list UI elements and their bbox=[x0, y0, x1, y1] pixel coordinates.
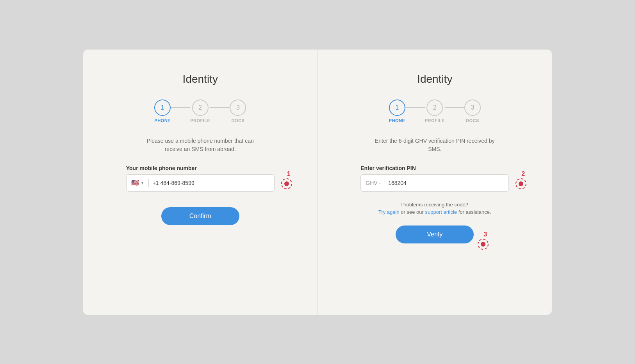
left-connector-2 bbox=[210, 107, 230, 108]
left-stepper: 1 PHONE 2 PROFILE 3 DOCS bbox=[154, 99, 246, 123]
confirm-button[interactable]: Confirm bbox=[161, 207, 239, 225]
right-step-circle-3: 3 bbox=[464, 99, 481, 116]
dropdown-arrow-icon: ▼ bbox=[141, 181, 144, 185]
pin-divider bbox=[384, 179, 384, 187]
step-label-profile-right: PROFILE bbox=[425, 118, 445, 123]
annotation-2-number: 2 bbox=[521, 170, 525, 178]
phone-field-label: Your mobile phone number bbox=[126, 165, 275, 171]
right-step-1: 1 PHONE bbox=[389, 99, 405, 123]
right-description: Enter the 6-digit GHV verification PIN r… bbox=[372, 137, 497, 153]
right-step-circle-1: 1 bbox=[389, 99, 405, 116]
problem-text-before: Problems receiving the code? bbox=[401, 202, 468, 208]
phone-number-display: +1 484-869-8599 bbox=[153, 180, 194, 186]
right-connector-2 bbox=[445, 107, 464, 108]
left-panel: Identity 1 PHONE 2 PROFILE bbox=[83, 50, 318, 315]
verify-button-container: Verify 3 bbox=[396, 226, 474, 243]
verify-button[interactable]: Verify bbox=[396, 226, 474, 243]
phone-divider bbox=[148, 179, 149, 187]
step-label-profile-left: PROFILE bbox=[190, 118, 210, 123]
step-label-docs-left: DOCS bbox=[231, 118, 244, 123]
right-panel: Identity 1 PHONE 2 PROFILE bbox=[318, 50, 552, 315]
right-panel-title: Identity bbox=[417, 73, 452, 85]
flag-icon: 🇺🇸 bbox=[131, 179, 139, 186]
right-step-3: 3 DOCS bbox=[464, 99, 481, 123]
annotation-2-group: 2 bbox=[515, 170, 526, 189]
problem-text-container: Problems receiving the code? Try again o… bbox=[378, 201, 491, 216]
annotation-2-dot bbox=[515, 178, 526, 189]
pin-input-wrapper[interactable]: GHV - 168204 bbox=[360, 174, 509, 192]
annotation-1-number: 1 bbox=[287, 170, 291, 178]
pin-field-label: Enter verification PIN bbox=[360, 165, 509, 171]
annotation-1-dot bbox=[281, 178, 292, 189]
annotation-1-group: 1 bbox=[281, 170, 292, 189]
try-again-link[interactable]: Try again bbox=[378, 209, 400, 215]
right-panel-content: Identity 1 PHONE 2 PROFILE bbox=[349, 73, 521, 243]
left-step-1: 1 PHONE bbox=[154, 99, 171, 123]
phone-input-wrapper[interactable]: 🇺🇸 ▼ +1 484-869-8599 bbox=[126, 174, 275, 192]
left-connector-1 bbox=[171, 107, 190, 108]
right-step-2: 2 PROFILE bbox=[425, 99, 445, 123]
left-panel-content: Identity 1 PHONE 2 PROFILE bbox=[114, 73, 286, 225]
left-description: Please use a mobile phone number that ca… bbox=[138, 137, 263, 153]
step-label-docs-right: DOCS bbox=[466, 118, 479, 123]
support-article-link[interactable]: support article bbox=[425, 209, 457, 215]
pin-prefix: GHV - bbox=[366, 180, 381, 186]
step-circle-3: 3 bbox=[230, 99, 246, 116]
annotation-3-number: 3 bbox=[483, 231, 487, 238]
panels-container: Identity 1 PHONE 2 PROFILE bbox=[83, 50, 552, 315]
middle-text: or see our bbox=[400, 209, 425, 215]
right-connector-1 bbox=[405, 107, 425, 108]
step-label-phone-left: PHONE bbox=[154, 118, 171, 123]
left-panel-title: Identity bbox=[183, 73, 218, 85]
left-step-3: 3 DOCS bbox=[230, 99, 246, 123]
annotation-3-dot bbox=[478, 239, 489, 250]
step-label-phone-right: PHONE bbox=[389, 118, 405, 123]
left-step-2: 2 PROFILE bbox=[190, 99, 210, 123]
right-step-circle-2: 2 bbox=[426, 99, 443, 116]
annotation-3-group: 3 bbox=[478, 231, 489, 250]
after-text: for assistance. bbox=[457, 209, 491, 215]
right-stepper: 1 PHONE 2 PROFILE 3 DOCS bbox=[389, 99, 481, 123]
step-circle-2: 2 bbox=[192, 99, 209, 116]
pin-value-display: 168204 bbox=[388, 180, 407, 186]
step-circle-1: 1 bbox=[154, 99, 171, 116]
